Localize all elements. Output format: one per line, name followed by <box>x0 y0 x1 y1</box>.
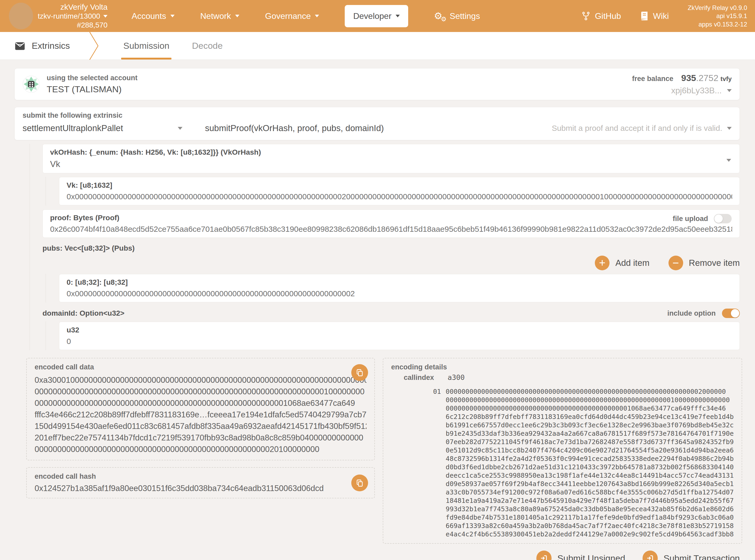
minus-icon: − <box>669 256 683 270</box>
hex-line: fffc34e466c212c208b89ff7dfebff7831183169… <box>35 409 367 421</box>
hex-line: b91e2435d33daf3b336ea929432aa4a2a667ca8a… <box>446 429 734 438</box>
method-description: Submit a proof and accept it if and only… <box>552 124 722 133</box>
gear-icon: ⚙⚙ <box>434 11 445 21</box>
relay-version: ZkVerify Relay v0.9.0 <box>688 4 747 12</box>
api-version: api v15.9.1 <box>688 12 747 20</box>
remove-item-button[interactable]: − Remove item <box>669 256 740 270</box>
hex-line: d0bd3f6ed1dbbe2cb2671d2ae51d31c1210433c3… <box>446 463 734 472</box>
app-logo[interactable] <box>9 3 33 29</box>
proof-label: proof: Bytes (Proof) <box>50 214 732 222</box>
method-description-select[interactable]: Submit a proof and accept it if and only… <box>552 124 732 133</box>
hex-line: 0000000000000000000000000000000000000000… <box>446 396 734 404</box>
github-link[interactable]: GitHub <box>581 11 621 21</box>
account-identicon[interactable] <box>23 76 40 93</box>
domain-nested: u32 0 <box>46 322 740 350</box>
hex-line: 0000000000000000000000000000000000000000… <box>446 404 734 413</box>
encoding-details-label: encoding details <box>391 363 734 371</box>
runtime-version: tzkv-runtime/13000 <box>38 12 100 21</box>
include-option-toggle[interactable] <box>722 308 740 318</box>
hex-line: b61991ce667557d0ecc1ee6c29b3c3b093cf3ec6… <box>446 421 734 429</box>
code-branch-icon <box>581 11 591 21</box>
apps-version: apps v0.153.2-12 <box>688 20 747 28</box>
account-address-selector[interactable]: xpj6bLy33B... <box>632 86 732 96</box>
encoded-call-hash-label: encoded call hash <box>35 473 367 481</box>
nav-settings[interactable]: ⚙⚙ Settings <box>434 11 480 21</box>
envelope-icon <box>15 41 25 51</box>
vkorhash-label: vkOrHash: {_enum: {Hash: H256, Vk: [u8;1… <box>50 148 732 157</box>
chain-name: zkVerify Volta <box>38 2 107 12</box>
hex-line: 18481e1a9a419a2a7e71e447b5645910a429e7f4… <box>446 497 734 505</box>
wiki-link[interactable]: Wiki <box>640 11 669 21</box>
submit-unsigned-button[interactable]: Submit Unsigned <box>536 551 625 560</box>
account-name: TEST (TALISMAN) <box>47 84 138 94</box>
hex-line: 669af13393a82c60a459a3b2a0b768da45ac7af7… <box>446 522 734 530</box>
hex-line: 0000000000000000000000000000000000000000… <box>35 444 367 455</box>
encoded-call-hash-box: encoded call hash 0x124527b1a385af1f9a80… <box>26 467 375 498</box>
chevron-down-icon <box>103 15 107 18</box>
pallet-select[interactable]: settlementUltraplonkPallet <box>23 123 182 133</box>
extrinsic-section-label: submit the following extrinsic <box>23 112 732 120</box>
chevron-down-icon <box>727 89 732 92</box>
copy-icon <box>355 368 364 377</box>
u32-value-input[interactable]: 0 <box>66 337 732 346</box>
add-item-button[interactable]: + Add item <box>595 256 649 270</box>
free-balance-label: free balance <box>632 75 673 83</box>
nav-developer-active[interactable]: Developer <box>345 5 408 27</box>
method-select[interactable]: submitProof(vkOrHash, proof, pubs, domai… <box>205 123 384 133</box>
vk-label: Vk: [u8;1632] <box>66 181 732 189</box>
chain-selector[interactable]: zkVerify Volta tzkv-runtime/13000 #288,5… <box>38 2 107 29</box>
param-u32: u32 0 <box>59 322 740 350</box>
tab-bar: Extrinsics Submission Decode <box>0 32 755 60</box>
file-upload-toggle[interactable] <box>714 214 732 223</box>
nav-accounts[interactable]: Accounts <box>131 11 175 21</box>
param-vk: Vk: [u8;1632] 0x000000000000000000000000… <box>59 177 740 205</box>
submit-actions: Submit Unsigned Submit Transaction <box>15 551 740 560</box>
block-number: #288,570 <box>38 21 107 29</box>
proof-value-input[interactable]: 0x26c0074bf4f10a848ecd5d52ce755aa6ce701a… <box>50 225 732 234</box>
nav-governance[interactable]: Governance <box>265 11 319 21</box>
hex-line: d09e58937ae057f69f29b4af8ecc34411eebbe12… <box>446 480 734 488</box>
account-label: using the selected account <box>47 74 138 82</box>
callindex-value: a300 <box>448 373 465 381</box>
selected-account: using the selected account TEST (TALISMA… <box>47 74 138 94</box>
param-pub0: 0: [u8;32]: [u8;32] 0x000000000000000000… <box>59 274 740 302</box>
submit-transaction-button[interactable]: Submit Transaction <box>642 551 740 560</box>
include-option-label: include option <box>668 309 716 318</box>
param-proof: proof: Bytes (Proof) 0x26c0074bf4f10a848… <box>42 209 740 238</box>
copy-call-hash-button[interactable] <box>351 475 368 491</box>
version-info: ZkVerify Relay v0.9.0 api v15.9.1 apps v… <box>688 4 747 28</box>
encoded-call-hash-value: 0x124527b1a385af1f9a80ee030151f6c35dd038… <box>35 484 367 493</box>
vkorhash-enum-select[interactable]: Vk <box>50 159 732 169</box>
tab-decode[interactable]: Decode <box>192 32 223 60</box>
active-tab-underline <box>121 58 171 60</box>
header: zkVerify Volta tzkv-runtime/13000 #288,5… <box>0 0 755 32</box>
free-balance-value: 935.2752tvfy <box>681 73 732 83</box>
top-navigation: Accounts Network Governance Developer ⚙⚙… <box>131 5 480 27</box>
vk-value-input[interactable]: 0x00000000000000000000000000000000000000… <box>66 192 732 201</box>
pallet-name: settlementUltraplonkPallet <box>23 123 123 133</box>
nav-network[interactable]: Network <box>200 11 239 21</box>
hex-line: 201eff7bec22e75741134b7fdcd1c7219f539170… <box>35 432 367 444</box>
hex-line: 0000000000000000000000000000000000000000… <box>446 387 734 396</box>
chevron-down-icon <box>395 15 400 17</box>
hex-line: 0xa3000100000000000000000000000000000000… <box>35 374 367 386</box>
outputs-left: encoded call data 0xa3000100000000000000… <box>26 358 375 498</box>
u32-label: u32 <box>66 326 732 334</box>
chevron-down-icon[interactable] <box>727 159 731 162</box>
hex-line: 0e51012d9c85c11bcc8b2407f4764c4209c06e90… <box>446 446 734 455</box>
pubs-nested: 0: [u8;32]: [u8;32] 0x000000000000000000… <box>46 274 740 302</box>
chevron-down-icon <box>727 127 732 130</box>
tab-submission[interactable]: Submission <box>123 32 169 60</box>
pubs-actions: + Add item − Remove item <box>42 256 740 270</box>
outputs: encoded call data 0xa3000100000000000000… <box>26 358 740 544</box>
hex-line: fd9e84dbe74b7531e1801405a1c292117b1a17fe… <box>446 513 734 522</box>
encoding-details-box: encoding details callindex a300 01 00000… <box>383 358 742 544</box>
copy-call-data-button[interactable] <box>351 364 368 381</box>
hex-line: 150d499154e430aefe6ed011c83c681457afdb8f… <box>35 421 367 432</box>
param-vkorhash: vkOrHash: {_enum: {Hash: H256, Vk: [u8;1… <box>42 144 740 173</box>
book-icon <box>640 11 649 21</box>
breadcrumb-chevron <box>88 32 99 60</box>
hex-line: 07eeb282d7752211045f9f4618ac7e73d1ba7268… <box>446 438 734 446</box>
encoding-prefix: 01 <box>433 387 441 539</box>
pub0-value-input[interactable]: 0x00000000000000000000000000000000000000… <box>66 289 732 298</box>
